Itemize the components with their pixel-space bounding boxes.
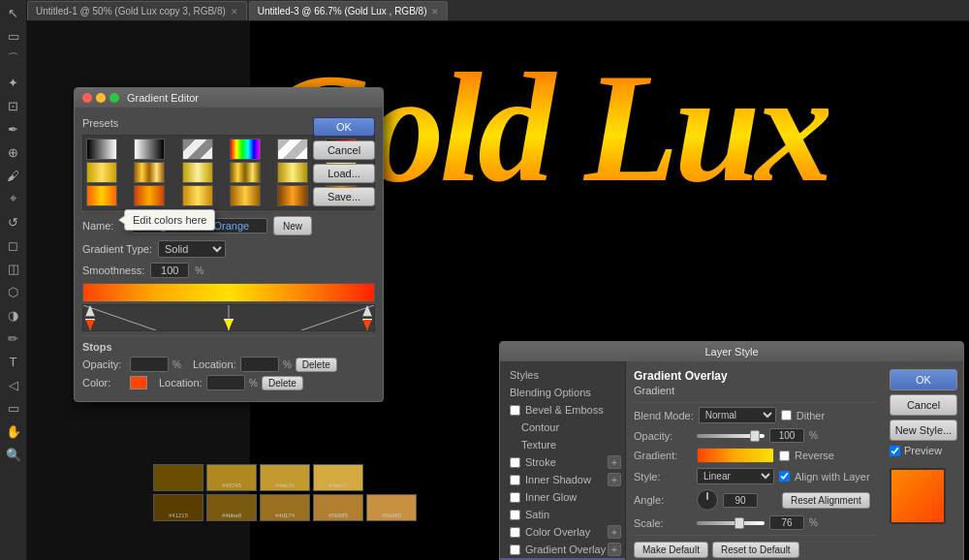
preset-orange2[interactable] — [134, 185, 165, 206]
ls-style-select[interactable]: Linear Radial Angle — [697, 468, 774, 484]
satin-checkbox[interactable] — [510, 510, 520, 520]
preset-bw[interactable] — [86, 139, 117, 160]
ls-new-style-button[interactable]: New Style... — [890, 420, 957, 441]
tool-healing[interactable]: ⊕ — [3, 141, 24, 163]
ge-load-button[interactable]: Load... — [313, 164, 375, 183]
tool-zoom[interactable]: 🔍 — [3, 444, 24, 465]
preset-rainbow[interactable] — [230, 139, 261, 160]
color-delete-button[interactable]: Delete — [262, 376, 303, 390]
ls-item-blending[interactable]: Blending Options — [500, 384, 625, 401]
swatch-item[interactable]: #41215 — [153, 494, 203, 521]
tool-crop[interactable]: ⊡ — [3, 95, 24, 116]
ls-item-inner-shadow[interactable]: Inner Shadow + — [500, 471, 625, 488]
ls-item-stroke[interactable]: Stroke + — [500, 453, 625, 471]
swatch-item[interactable]: #5b985 — [313, 494, 363, 521]
ls-preview-checkbox[interactable] — [890, 446, 900, 456]
preset-orange1[interactable] — [86, 185, 117, 206]
color-location-input[interactable] — [206, 375, 245, 390]
inner-shadow-checkbox[interactable] — [510, 475, 520, 485]
tab-untitled3[interactable]: Untitled-3 @ 66.7% (Gold Lux , RGB/8) ✕ — [249, 1, 449, 20]
tool-brush[interactable]: 🖌 — [3, 165, 24, 186]
tab-untitled1[interactable]: Untitled-1 @ 50% (Gold Lux copy 3, RGB/8… — [27, 1, 247, 20]
stop-center[interactable] — [224, 319, 234, 330]
ls-angle-widget[interactable] — [697, 489, 718, 511]
opacity-delete-button[interactable]: Delete — [296, 358, 337, 372]
opacity-location-input[interactable] — [240, 357, 279, 372]
swatch-item[interactable]: #4bba8 — [206, 494, 257, 521]
swatch-item[interactable]: #4ac7c — [260, 464, 310, 491]
tool-history-brush[interactable]: ↺ — [3, 211, 24, 233]
swatch-item[interactable]: #4acc7 — [313, 464, 363, 491]
tool-lasso[interactable]: ⌒ — [3, 48, 24, 70]
ls-scale-input[interactable] — [769, 515, 804, 530]
tool-pen[interactable]: ✏ — [3, 327, 24, 349]
tool-eyedropper[interactable]: ✒ — [3, 118, 24, 140]
inner-glow-checkbox[interactable] — [510, 492, 520, 503]
ls-reset-default-button[interactable]: Reset to Default — [712, 542, 799, 558]
minimize-button-traffic[interactable] — [96, 93, 106, 103]
bevel-checkbox[interactable] — [510, 405, 520, 416]
ls-item-satin[interactable]: Satin — [500, 506, 625, 523]
ge-ok-button[interactable]: OK — [313, 117, 375, 137]
ls-item-color-overlay[interactable]: Color Overlay + — [500, 523, 625, 541]
ls-item-styles[interactable]: Styles — [500, 366, 625, 384]
preset-gold4[interactable] — [230, 162, 261, 183]
ls-item-contour[interactable]: Contour — [500, 419, 625, 436]
ls-ok-button[interactable]: OK — [890, 369, 957, 390]
close-button-traffic[interactable] — [82, 93, 92, 103]
swatch-item[interactable]: #45745 — [206, 464, 257, 491]
ls-item-texture[interactable]: Texture — [500, 436, 625, 453]
opacity-stop-right[interactable] — [362, 305, 372, 317]
ls-make-default-button[interactable]: Make Default — [634, 542, 708, 558]
preset-orange3[interactable] — [182, 185, 213, 206]
preset-checker2[interactable] — [277, 139, 308, 160]
tool-blur[interactable]: ⬡ — [3, 281, 24, 302]
ls-gradient-preview[interactable] — [697, 448, 774, 463]
stroke-plus-btn[interactable]: + — [608, 455, 621, 469]
preset-gold2[interactable] — [134, 162, 165, 183]
tool-select-rect[interactable]: ▭ — [3, 25, 24, 47]
ls-scale-slider[interactable] — [697, 521, 765, 525]
ge-cancel-button[interactable]: Cancel — [313, 140, 375, 160]
ls-dither-checkbox[interactable] — [781, 410, 792, 420]
ls-cancel-button[interactable]: Cancel — [890, 394, 957, 416]
opacity-stop-left[interactable] — [85, 305, 95, 317]
ls-blend-mode-select[interactable]: Normal Multiply Screen — [699, 407, 776, 423]
ls-angle-input[interactable] — [723, 493, 758, 508]
close-tab2-icon[interactable]: ✕ — [431, 7, 439, 16]
color-overlay-checkbox[interactable] — [510, 527, 520, 538]
inner-shadow-plus-btn[interactable]: + — [608, 473, 621, 486]
tool-eraser[interactable]: ◻ — [3, 234, 24, 256]
tool-dodge[interactable]: ◑ — [3, 304, 24, 326]
color-overlay-plus-btn[interactable]: + — [608, 525, 621, 539]
tool-gradient[interactable]: ◫ — [3, 258, 24, 279]
tool-hand[interactable]: ✋ — [3, 420, 24, 442]
ls-opacity-slider[interactable] — [697, 434, 765, 438]
tool-shape[interactable]: ▭ — [3, 397, 24, 419]
tool-type[interactable]: T — [3, 351, 24, 372]
tool-path-select[interactable]: ◁ — [3, 374, 24, 395]
tool-move[interactable]: ↖ — [3, 2, 24, 23]
preset-gold3[interactable] — [182, 162, 213, 183]
ls-item-gradient-overlay-1[interactable]: Gradient Overlay + — [500, 541, 625, 558]
ge-smoothness-input[interactable] — [150, 263, 189, 278]
swatch-item[interactable]: #4d174 — [260, 494, 310, 521]
ls-item-inner-glow[interactable]: Inner Glow — [500, 488, 625, 506]
preset-checker1[interactable] — [182, 139, 213, 160]
gradient-overlay-1-checkbox[interactable] — [510, 544, 520, 555]
ls-reset-alignment-button[interactable]: Reset Alignment — [782, 492, 870, 509]
ge-gradient-bar[interactable] — [82, 283, 375, 302]
ls-align-checkbox[interactable] — [779, 471, 790, 482]
tool-clone[interactable]: ⌖ — [3, 188, 24, 209]
preset-orange5[interactable] — [277, 185, 308, 206]
ge-type-select[interactable]: Solid Noise — [158, 240, 226, 258]
ls-item-bevel[interactable]: Bevel & Emboss — [500, 401, 625, 419]
tool-magic-wand[interactable]: ✦ — [3, 72, 24, 93]
ls-reverse-checkbox[interactable] — [779, 451, 790, 461]
opacity-value-input[interactable] — [130, 357, 169, 372]
gradient-overlay-1-plus-btn[interactable]: + — [608, 543, 621, 556]
ge-new-button[interactable]: New — [273, 216, 312, 235]
color-swatch-stop[interactable] — [130, 376, 147, 389]
swatch-item[interactable]: #5b985 — [366, 494, 417, 521]
maximize-button-traffic[interactable] — [109, 93, 119, 103]
